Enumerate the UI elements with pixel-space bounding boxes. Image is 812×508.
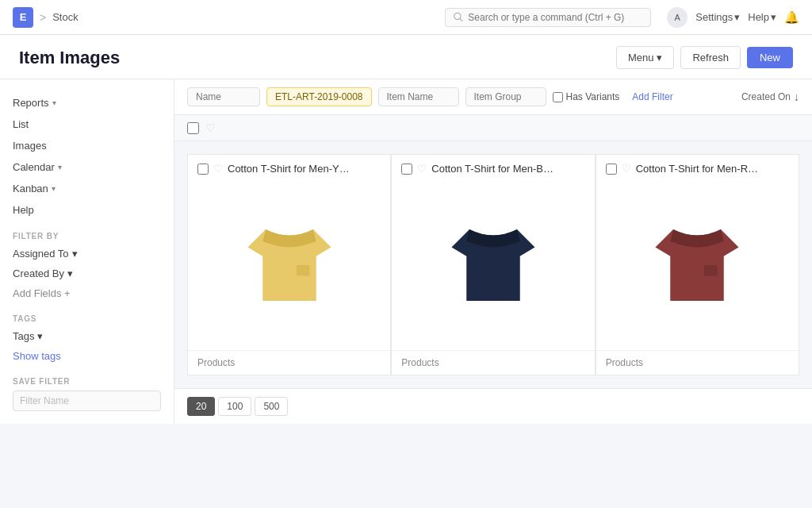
- show-tags-link[interactable]: Show tags: [0, 346, 174, 366]
- sidebar-nav: Reports ▾ List Images Calendar ▾ Kanban …: [0, 92, 174, 221]
- filter-assigned-to[interactable]: Assigned To ▾: [0, 244, 174, 264]
- product-card-2[interactable]: ♡ Cotton T-Shirt for Men-R… Products: [596, 154, 799, 375]
- card-checkbox-1[interactable]: [401, 164, 412, 175]
- svg-line-1: [460, 18, 462, 21]
- card-image-2: [596, 179, 799, 350]
- caret-icon: ▾: [37, 330, 43, 342]
- card-checkbox-2[interactable]: [606, 164, 617, 175]
- settings-button[interactable]: Settings ▾: [695, 11, 740, 23]
- sidebar-item-help[interactable]: Help: [13, 199, 161, 221]
- sidebar-item-reports[interactable]: Reports ▾: [13, 92, 161, 114]
- caret-icon: ▾: [52, 184, 56, 193]
- filter-created-by[interactable]: Created By ▾: [0, 264, 174, 283]
- sidebar: Reports ▾ List Images Calendar ▾ Kanban …: [0, 79, 174, 424]
- filters-bar: ETL-ART-2019-0008 Has Variants Add Filte…: [174, 79, 812, 115]
- global-search[interactable]: [445, 8, 651, 27]
- has-variants-filter[interactable]: Has Variants: [553, 91, 620, 102]
- page-header: Item Images Menu ▾ Refresh New: [0, 35, 812, 79]
- add-fields-link[interactable]: Add Fields +: [0, 283, 174, 303]
- card-favorite-2[interactable]: ♡: [622, 163, 631, 175]
- caret-icon: ▾: [67, 267, 73, 279]
- caret-icon: ▾: [52, 98, 56, 107]
- card-favorite-0[interactable]: ♡: [213, 163, 223, 175]
- filter-name-chip[interactable]: [187, 87, 260, 106]
- refresh-button[interactable]: Refresh: [680, 46, 741, 69]
- save-filter-label: SAVE FILTER: [0, 366, 174, 391]
- sidebar-item-images[interactable]: Images: [13, 135, 161, 156]
- item-group-filter-input[interactable]: [474, 91, 538, 102]
- card-image-1: [392, 179, 594, 350]
- card-checkbox-0[interactable]: [197, 164, 209, 175]
- notifications-icon[interactable]: 🔔: [784, 10, 799, 25]
- menu-button[interactable]: Menu ▾: [616, 46, 675, 69]
- sort-icon: ↓: [794, 90, 799, 103]
- caret-icon: ▾: [58, 163, 62, 171]
- filter-item-name-chip[interactable]: [378, 87, 459, 106]
- tags-filter[interactable]: Tags ▾: [0, 326, 174, 346]
- page-size-100[interactable]: 100: [218, 397, 251, 416]
- page-size-500[interactable]: 500: [255, 397, 288, 416]
- select-all-checkbox[interactable]: [187, 122, 199, 134]
- svg-rect-2: [297, 265, 310, 276]
- created-on-sort[interactable]: Created On ↓: [741, 90, 799, 103]
- search-input[interactable]: [468, 12, 642, 23]
- card-footer-0: Products: [188, 350, 390, 375]
- caret-icon: ▾: [72, 248, 78, 260]
- has-variants-checkbox[interactable]: [553, 92, 563, 102]
- card-footer-1: Products: [392, 350, 594, 375]
- images-grid: ♡ Cotton T-Shirt for Men-Y… Products: [174, 141, 812, 388]
- help-button[interactable]: Help ▾: [748, 11, 776, 23]
- topbar-right: A Settings ▾ Help ▾ 🔔: [667, 7, 799, 28]
- page-title: Item Images: [19, 48, 120, 68]
- card-footer-2: Products: [596, 350, 799, 375]
- toolbar-row: ♡: [174, 115, 812, 141]
- card-image-0: [188, 179, 390, 350]
- right-panel: ETL-ART-2019-0008 Has Variants Add Filte…: [174, 79, 812, 424]
- product-card-0[interactable]: ♡ Cotton T-Shirt for Men-Y… Products: [187, 154, 391, 375]
- item-name-filter-input[interactable]: [387, 91, 450, 102]
- card-header-0: ♡ Cotton T-Shirt for Men-Y…: [188, 155, 390, 179]
- avatar[interactable]: A: [667, 7, 688, 28]
- pagination-bar: 20 100 500: [174, 388, 812, 424]
- card-title-1: Cotton T-Shirt for Men-B…: [431, 163, 553, 175]
- card-title-2: Cotton T-Shirt for Men-R…: [636, 163, 758, 175]
- main-content: Reports ▾ List Images Calendar ▾ Kanban …: [0, 79, 812, 424]
- filter-code-chip[interactable]: ETL-ART-2019-0008: [266, 87, 372, 106]
- product-card-1[interactable]: ♡ Cotton T-Shirt for Men-B… Products: [391, 154, 595, 375]
- breadcrumb: Stock: [52, 11, 79, 23]
- app-icon[interactable]: E: [13, 7, 33, 28]
- new-button[interactable]: New: [747, 47, 793, 68]
- svg-rect-3: [704, 265, 718, 276]
- card-header-1: ♡ Cotton T-Shirt for Men-B…: [392, 155, 594, 179]
- card-title-0: Cotton T-Shirt for Men-Y…: [228, 163, 350, 175]
- filter-name-input[interactable]: [13, 391, 161, 411]
- sidebar-item-calendar[interactable]: Calendar ▾: [13, 156, 161, 178]
- favorite-icon[interactable]: ♡: [205, 121, 216, 134]
- page-actions: Menu ▾ Refresh New: [616, 46, 793, 69]
- topbar: E > Stock A Settings ▾ Help ▾ 🔔: [0, 0, 812, 35]
- breadcrumb-separator: >: [40, 11, 46, 24]
- sidebar-item-kanban[interactable]: Kanban ▾: [13, 178, 161, 199]
- name-filter-input[interactable]: [196, 91, 251, 102]
- search-icon: [454, 12, 463, 22]
- filter-item-group-chip[interactable]: [465, 87, 546, 106]
- add-filter-button[interactable]: Add Filter: [626, 88, 679, 106]
- page-size-20[interactable]: 20: [187, 397, 215, 416]
- tags-label: TAGS: [0, 303, 174, 326]
- card-header-2: ♡ Cotton T-Shirt for Men-R…: [596, 155, 799, 179]
- sidebar-item-list[interactable]: List: [13, 114, 161, 135]
- filter-by-label: FILTER BY: [0, 221, 174, 244]
- card-favorite-1[interactable]: ♡: [417, 163, 427, 175]
